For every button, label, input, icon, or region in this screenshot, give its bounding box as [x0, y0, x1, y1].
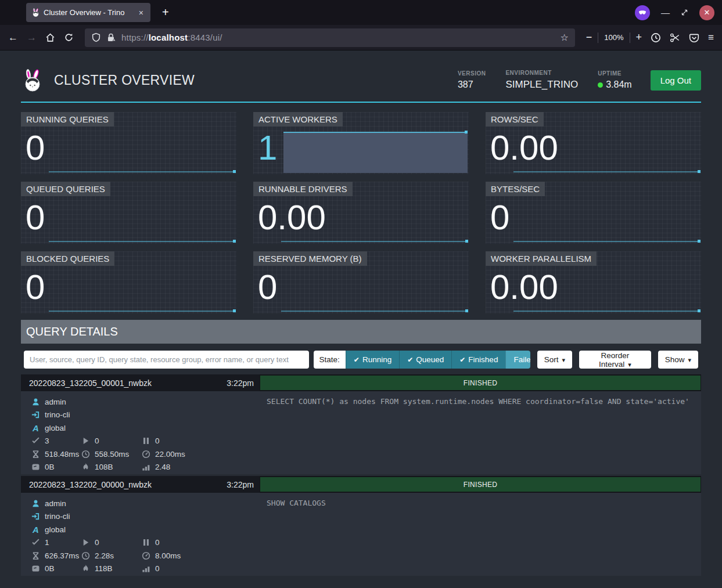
caret-down-icon: ▾ [562, 356, 566, 363]
filter-running-button[interactable]: ✔Running [346, 351, 399, 369]
stat-value: 0 [21, 269, 236, 305]
query-id-link[interactable]: 20220823_132205_00001_nwbzk [29, 378, 152, 388]
trino-favicon [31, 8, 40, 17]
lock-warning-icon[interactable] [106, 33, 116, 42]
stat-card-active-workers: ACTIVE WORKERS 1 [253, 112, 469, 174]
caret-down-icon: ▾ [628, 361, 631, 368]
current-memory-icon [31, 564, 40, 573]
check-icon: ✔ [354, 356, 360, 364]
sparkline [49, 311, 235, 312]
reorder-interval-dropdown[interactable]: Reorder Interval▾ [579, 351, 651, 369]
sparkline [49, 171, 235, 172]
app-header: CLUSTER OVERVIEW VERSION 387 ENVIRONMENT… [21, 50, 701, 103]
query-meta: admin trino-cli Aglobal 1 0 0 626.37ms 2… [21, 493, 260, 576]
stat-value: 0.00 [486, 269, 701, 305]
back-button[interactable]: ← [8, 32, 18, 44]
stat-value: 0.00 [253, 199, 469, 236]
filter-queued-button[interactable]: ✔Queued [399, 351, 451, 369]
sparkline [281, 311, 467, 312]
query-id-link[interactable]: 20220823_132202_00000_nwbzk [29, 480, 152, 489]
query-time: 3:22pm [227, 480, 254, 489]
browser-tab[interactable]: Cluster Overview - Trino × [26, 3, 150, 22]
stat-value: 0 [21, 129, 236, 166]
zoom-in-button[interactable]: + [636, 31, 642, 44]
wall-time-icon [31, 551, 40, 560]
home-button[interactable] [45, 33, 55, 42]
window-minimize-button[interactable]: — [661, 8, 670, 17]
filter-failed-dropdown[interactable]: Failed▾ [505, 351, 530, 369]
query-status-track: FINISHED [260, 374, 701, 391]
tracking-shield-icon[interactable] [91, 33, 101, 42]
rows-per-sec-icon [142, 564, 150, 573]
private-browsing-icon [635, 5, 650, 20]
cpu-time-icon [81, 450, 90, 459]
rows-per-sec-icon [142, 463, 150, 471]
query-status-track: FINISHED [260, 476, 701, 493]
sparkline [513, 171, 699, 172]
sparkline [513, 241, 699, 242]
window-restore-button[interactable] [681, 9, 688, 16]
user-icon [31, 499, 40, 508]
forward-button[interactable]: → [27, 32, 37, 44]
caret-down-icon: ▾ [688, 356, 691, 363]
query-filter-toolbar: State: ✔Running ✔Queued ✔Finished Failed… [21, 351, 701, 369]
url-text: https://localhost:8443/ui/ [121, 33, 222, 42]
check-icon: ✔ [407, 356, 413, 364]
execution-time-icon [142, 551, 150, 560]
stat-card-queued-queries: QUEUED QUERIES 0 [21, 182, 236, 244]
resource-group-icon: A [31, 525, 40, 535]
show-dropdown[interactable]: Show▾ [658, 351, 698, 369]
stat-value: 0.00 [486, 129, 701, 166]
sparkline [281, 241, 467, 242]
tab-title: Cluster Overview - Trino [44, 8, 134, 17]
query-row: 20220823_132205_00001_nwbzk 3:22pm FINIS… [21, 374, 701, 474]
query-meta: admin trino-cli Aglobal 3 0 0 518.48ms 5… [21, 391, 260, 474]
current-memory-icon [31, 463, 40, 471]
window-close-button[interactable]: ✕ [699, 5, 714, 20]
zoom-level[interactable]: 100% [604, 33, 623, 42]
state-label: State: [314, 351, 346, 369]
running-splits-icon [81, 538, 90, 547]
completed-splits-icon [31, 437, 40, 445]
logout-button[interactable]: Log Out [651, 70, 701, 91]
reload-button[interactable] [64, 33, 74, 42]
uptime-meta: UPTIME 3.84m [598, 70, 631, 90]
cumulative-memory-icon [81, 564, 90, 573]
uptime-status-dot [598, 82, 603, 88]
new-tab-button[interactable]: + [162, 6, 169, 19]
cumulative-memory-icon [81, 463, 90, 471]
url-bar[interactable]: https://localhost:8443/ui/ ☆ [85, 28, 575, 47]
check-icon: ✔ [459, 356, 465, 364]
bookmark-star-icon[interactable]: ☆ [560, 32, 568, 43]
environment-meta: ENVIRONMENT SIMPLE_TRINO [505, 70, 578, 91]
pocket-icon[interactable] [689, 33, 699, 43]
stat-card-reserved-memory: RESERVED MEMORY (B) 0 [253, 251, 469, 313]
stat-card-worker-parallelism: WORKER PARALLELISM 0.00 [486, 251, 701, 313]
filter-finished-button[interactable]: ✔Finished [451, 351, 505, 369]
cpu-time-icon [81, 551, 90, 560]
stat-card-running-queries: RUNNING QUERIES 0 [21, 112, 236, 174]
user-icon [31, 398, 40, 406]
screenshot-scissors-icon[interactable] [670, 33, 680, 43]
tab-close-icon[interactable]: × [137, 8, 145, 17]
search-input[interactable] [24, 351, 309, 369]
menu-hamburger-icon[interactable]: ≡ [708, 32, 714, 44]
zoom-out-button[interactable]: − [586, 31, 592, 44]
query-details-header: QUERY DETAILS [21, 320, 701, 344]
query-sql-text: SELECT COUNT(*) as nodes FROM system.run… [260, 391, 701, 474]
stats-grid: RUNNING QUERIES 0 ACTIVE WORKERS 1 ROWS/… [21, 112, 701, 313]
query-sql-text: SHOW CATALOGS [260, 493, 701, 576]
source-icon [31, 512, 40, 521]
query-header: 20220823_132202_00000_nwbzk 3:22pm [21, 476, 260, 493]
stat-card-blocked-queries: BLOCKED QUERIES 0 [21, 251, 236, 313]
history-clock-icon[interactable] [651, 33, 661, 43]
sort-dropdown[interactable]: Sort▾ [537, 351, 572, 369]
query-row: 20220823_132202_00000_nwbzk 3:22pm FINIS… [21, 476, 701, 576]
stat-value: 0 [486, 199, 701, 236]
source-icon [31, 410, 40, 419]
stat-value: 0 [253, 269, 469, 305]
stat-value: 0 [21, 199, 236, 236]
trino-logo [21, 67, 44, 93]
browser-nav-bar: ← → https://localhost:8443/ui/ ☆ − 100% … [0, 25, 722, 50]
divider [598, 33, 598, 43]
